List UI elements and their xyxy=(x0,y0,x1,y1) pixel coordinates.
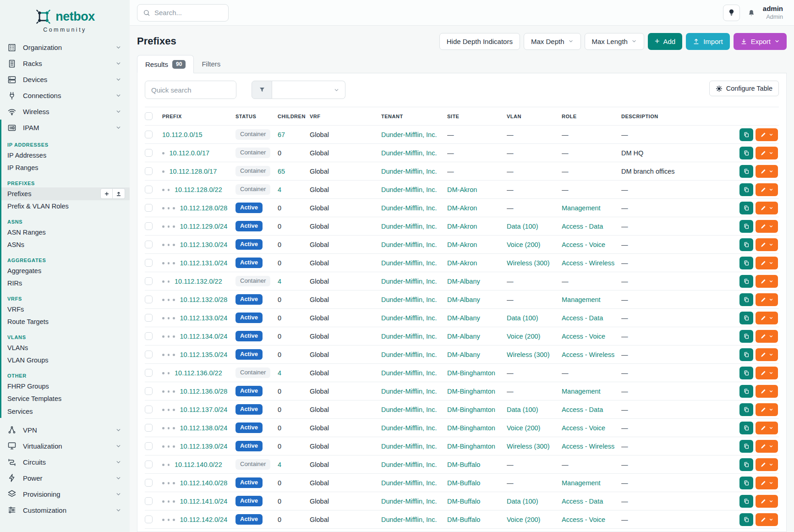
tenant-link[interactable]: Dunder-Mifflin, Inc. xyxy=(381,204,437,212)
edit-button[interactable] xyxy=(756,147,778,159)
clone-button[interactable] xyxy=(739,202,753,214)
vlan-link[interactable]: Wireless (300) xyxy=(507,443,549,450)
edit-button[interactable] xyxy=(756,257,778,269)
clone-button[interactable] xyxy=(739,147,753,159)
role-link[interactable]: Access - Data xyxy=(562,223,603,230)
tenant-link[interactable]: Dunder-Mifflin, Inc. xyxy=(381,388,437,395)
clone-button[interactable] xyxy=(739,495,753,508)
max-depth-dropdown[interactable]: Max Depth xyxy=(524,33,581,50)
edit-button[interactable] xyxy=(756,367,778,379)
column-header-description[interactable]: DESCRIPTION xyxy=(621,107,728,126)
clone-button[interactable] xyxy=(739,440,753,453)
row-checkbox[interactable] xyxy=(145,186,153,193)
clone-button[interactable] xyxy=(739,477,753,489)
site-link[interactable]: DM-Binghamton xyxy=(447,369,495,377)
sidebar-item-provisioning[interactable]: Provisioning xyxy=(0,486,130,502)
brand[interactable]: netbox Community xyxy=(0,0,130,39)
row-checkbox[interactable] xyxy=(145,131,153,138)
edit-button[interactable] xyxy=(756,165,778,178)
site-link[interactable]: DM-Albany xyxy=(447,314,480,322)
site-link[interactable]: DM-Akron xyxy=(447,223,477,230)
sidebar-item-power[interactable]: Power xyxy=(0,470,130,486)
tenant-link[interactable]: Dunder-Mifflin, Inc. xyxy=(381,333,437,340)
site-link[interactable]: DM-Akron xyxy=(447,241,477,248)
site-link[interactable]: DM-Albany xyxy=(447,333,480,340)
column-header-prefix[interactable]: PREFIX xyxy=(162,107,235,126)
edit-button[interactable] xyxy=(756,348,778,361)
row-checkbox[interactable] xyxy=(145,479,153,487)
prefix-link[interactable]: 10.112.132.0/22 xyxy=(175,278,222,285)
edit-button[interactable] xyxy=(756,275,778,288)
children-count-link[interactable]: 4 xyxy=(278,278,281,285)
prefix-link[interactable]: 10.112.141.0/24 xyxy=(180,498,228,505)
global-search-input[interactable] xyxy=(154,9,223,16)
vlan-link[interactable]: Voice (200) xyxy=(507,424,540,432)
clone-button[interactable] xyxy=(739,348,753,361)
tenant-link[interactable]: Dunder-Mifflin, Inc. xyxy=(381,351,437,358)
edit-button[interactable] xyxy=(756,458,778,471)
sidebar-item-vlans[interactable]: VLANs xyxy=(1,341,130,354)
row-checkbox[interactable] xyxy=(145,277,153,285)
prefix-link[interactable]: 10.112.130.0/24 xyxy=(180,241,228,248)
vlan-link[interactable]: Voice (200) xyxy=(507,333,540,340)
clone-button[interactable] xyxy=(739,330,753,343)
edit-button[interactable] xyxy=(756,440,778,453)
clone-button[interactable] xyxy=(739,183,753,196)
user-menu[interactable]: admin Admin xyxy=(763,5,783,21)
column-header-children[interactable]: CHILDREN xyxy=(278,107,310,126)
column-header-status[interactable]: STATUS xyxy=(235,107,278,126)
children-count-link[interactable]: 4 xyxy=(278,461,281,468)
clone-button[interactable] xyxy=(739,257,753,269)
import-button[interactable]: Import xyxy=(686,33,730,50)
edit-button[interactable] xyxy=(756,293,778,306)
edit-button[interactable] xyxy=(756,477,778,489)
row-checkbox[interactable] xyxy=(145,351,153,358)
tenant-link[interactable]: Dunder-Mifflin, Inc. xyxy=(381,259,437,267)
tab-results[interactable]: Results 90 xyxy=(137,55,194,73)
configure-table-button[interactable]: Configure Table xyxy=(709,81,779,96)
site-link[interactable]: DM-Binghamton xyxy=(447,406,495,413)
prefix-link[interactable]: 10.112.128.0/17 xyxy=(170,168,217,175)
global-search[interactable] xyxy=(137,4,229,22)
sidebar-item-virtualization[interactable]: Virtualization xyxy=(0,438,130,454)
import-prefix-mini-button[interactable] xyxy=(113,188,125,199)
vlan-link[interactable]: Data (100) xyxy=(507,223,538,230)
tab-filters[interactable]: Filters xyxy=(194,55,228,73)
sidebar-item-ipam[interactable]: IPAM xyxy=(1,120,130,136)
prefix-link[interactable]: 10.112.132.0/28 xyxy=(180,296,228,303)
row-checkbox[interactable] xyxy=(145,332,153,340)
quick-search-input[interactable] xyxy=(145,81,236,99)
vlan-link[interactable]: Data (100) xyxy=(507,314,538,322)
prefix-link[interactable]: 10.112.133.0/24 xyxy=(180,314,228,322)
sidebar-item-vrfs[interactable]: VRFs xyxy=(1,303,130,316)
clone-button[interactable] xyxy=(739,238,753,251)
export-button[interactable]: Export xyxy=(734,33,787,50)
edit-button[interactable] xyxy=(756,220,778,233)
column-header-site[interactable]: SITE xyxy=(447,107,507,126)
role-link[interactable]: Access - Wireless xyxy=(562,443,614,450)
tenant-link[interactable]: Dunder-Mifflin, Inc. xyxy=(381,443,437,450)
prefix-link[interactable]: 10.112.139.0/24 xyxy=(180,443,228,450)
sidebar-item-racks[interactable]: Racks xyxy=(0,55,130,71)
children-count-link[interactable]: 67 xyxy=(278,131,285,138)
role-link[interactable]: Management xyxy=(562,204,601,212)
children-count-link[interactable]: 65 xyxy=(278,168,285,175)
tenant-link[interactable]: Dunder-Mifflin, Inc. xyxy=(381,516,437,523)
clone-button[interactable] xyxy=(739,275,753,288)
row-checkbox[interactable] xyxy=(145,167,153,175)
clone-button[interactable] xyxy=(739,293,753,306)
prefix-link[interactable]: 10.112.128.0/28 xyxy=(180,204,228,212)
vlan-link[interactable]: Voice (200) xyxy=(507,241,540,248)
notifications-bell-icon[interactable] xyxy=(747,8,756,17)
sidebar-item-vpn[interactable]: VPN xyxy=(0,422,130,438)
row-checkbox[interactable] xyxy=(145,259,153,267)
saved-filter-select[interactable] xyxy=(272,81,345,99)
row-checkbox[interactable] xyxy=(145,406,153,413)
edit-button[interactable] xyxy=(756,202,778,214)
sidebar-item-organization[interactable]: Organization xyxy=(0,39,130,55)
clone-button[interactable] xyxy=(739,367,753,379)
prefix-link[interactable]: 10.112.135.0/24 xyxy=(180,351,228,358)
clone-button[interactable] xyxy=(739,458,753,471)
clone-button[interactable] xyxy=(739,220,753,233)
tenant-link[interactable]: Dunder-Mifflin, Inc. xyxy=(381,479,437,487)
